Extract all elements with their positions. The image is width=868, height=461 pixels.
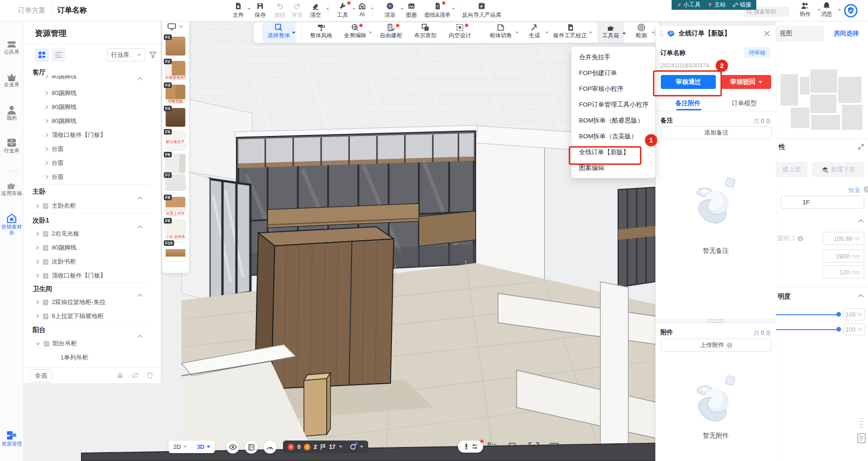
tree-item[interactable]: 顶收口板件【门板】: [35, 271, 106, 280]
add-note-button[interactable]: 添加备注: [661, 126, 772, 139]
link-link[interactable]: 链接: [733, 1, 752, 9]
fkey-item-f3[interactable]: F3 可断宽板: [165, 84, 186, 104]
menu-item-merge-handle-free[interactable]: 合并免拉手: [572, 49, 655, 65]
reverse-import-button[interactable]: 反向导入产品库: [456, 1, 507, 19]
slab-thickness-input[interactable]: 120mm: [822, 265, 864, 278]
slider-knob[interactable]: [836, 312, 841, 317]
list-view-toggle[interactable]: [52, 48, 66, 62]
sort-arrows-icon[interactable]: [792, 236, 795, 241]
screen-icon[interactable]: [168, 23, 176, 31]
tree-item[interactable]: 台面: [45, 172, 64, 182]
fkey-item-f2[interactable]: F2 外露背有内空: [165, 61, 186, 80]
drawings-lists-button[interactable]: 图纸&清单: [422, 1, 453, 19]
mode-3d-button[interactable]: 3D: [192, 443, 215, 450]
tree-item[interactable]: 2右见光板: [35, 229, 79, 238]
restore-link[interactable]: 恢复: [848, 186, 861, 195]
filter-funnel-icon[interactable]: [149, 51, 157, 59]
collapse-section-icon[interactable]: [858, 294, 864, 298]
trash-icon[interactable]: [146, 372, 153, 379]
close-icon[interactable]: [764, 30, 770, 37]
global-edit-button[interactable]: 全局编辑: [340, 22, 370, 43]
sidebar-item-enterprise-library[interactable]: 企业库: [0, 71, 23, 88]
menu-item-pattern-edit[interactable]: 图案编辑: [572, 160, 655, 176]
cabinet-corner-cut-button[interactable]: 柜体切角: [485, 22, 516, 43]
floorplan-thumbnail[interactable]: [778, 47, 867, 131]
chevron-down-icon[interactable]: [360, 446, 363, 448]
ai-button[interactable]: AI: [349, 1, 375, 18]
tab-view[interactable]: 视图: [776, 26, 824, 41]
upload-attachment-button[interactable]: 上传附件: [661, 339, 772, 352]
fullscreen-icon[interactable]: [529, 442, 539, 452]
menu-item-bom-split-kuruisi[interactable]: BOM拆单（酷睿思版）: [572, 113, 655, 129]
tree-item-child[interactable]: 1单列吊柜: [61, 353, 88, 362]
screen-capture-icon[interactable]: [549, 442, 559, 452]
fkey-item-f7[interactable]: F7: [165, 174, 186, 194]
view-settings-icon[interactable]: [508, 442, 518, 452]
tree-item[interactable]: 9上拉篮下抽屉地柜: [35, 312, 103, 321]
corner-drag-handle[interactable]: [860, 418, 863, 428]
collapse-icon[interactable]: [137, 334, 143, 338]
sidebar-item-mine[interactable]: 我的: [0, 105, 23, 121]
mode-2d-button[interactable]: 2D: [168, 443, 192, 450]
collapse-section-icon[interactable]: [858, 219, 864, 223]
clear-button[interactable]: 清空: [303, 1, 329, 19]
sidebar-item-industry-library[interactable]: 行业库: [0, 137, 23, 154]
area-input[interactable]: 105.88m²: [822, 232, 864, 245]
select-whole-button[interactable]: 选择整体: [262, 22, 296, 43]
tree-section-bathroom[interactable]: 卫生间: [33, 285, 151, 293]
messages-button[interactable]: 消息: [814, 1, 840, 18]
free-cabinet-button[interactable]: 自由建柜: [376, 22, 406, 43]
notebook-button[interactable]: [245, 441, 258, 454]
collapse-icon[interactable]: [137, 225, 143, 229]
fkey-item-f10[interactable]: F10: [165, 242, 186, 262]
slider-knob[interactable]: [836, 327, 841, 332]
mini-tools-link[interactable]: 小工具: [676, 1, 701, 9]
visibility-button[interactable]: [226, 441, 239, 454]
chevron-down-icon[interactable]: [179, 25, 183, 28]
notes-board-icon[interactable]: [857, 433, 866, 444]
panel-process-calibration-button[interactable]: 板件工艺校正: [550, 22, 591, 43]
collapse-icon[interactable]: [137, 196, 143, 200]
refresh-button[interactable]: [350, 443, 357, 450]
tree-item[interactable]: 2双抽拉篮地柜-免拉: [35, 298, 106, 307]
approve-button[interactable]: 审核通过: [661, 75, 716, 89]
panel-drag-handle[interactable]: [659, 30, 663, 37]
menu-item-full-line-order-new[interactable]: 全线订单【新版】: [572, 144, 655, 160]
tree-item[interactable]: 80踢脚线: [45, 88, 76, 98]
breadcrumb-back[interactable]: 订单方案: [18, 6, 46, 15]
grid-view-toggle[interactable]: [35, 48, 49, 62]
tree-item[interactable]: 次卧书柜: [35, 257, 76, 266]
sidebar-item-public-library[interactable]: 公共库: [0, 39, 23, 55]
inner-space-button[interactable]: 内空设计: [444, 22, 475, 43]
tree-item-expanded[interactable]: 阳台吊柜: [35, 339, 77, 348]
issues-status-bar[interactable]: ✕ 0 ! 2 17: [283, 441, 368, 453]
tree-item[interactable]: 顶收口板件【门板】: [45, 130, 106, 140]
history-clock-icon[interactable]: [863, 186, 868, 193]
tree-item-clipped[interactable]: 80踢脚线: [45, 75, 147, 81]
tree-item[interactable]: 80踢脚线: [45, 116, 76, 126]
library-filter-select[interactable]: 行业库: [107, 48, 145, 61]
hide-eye-icon[interactable]: [131, 372, 139, 379]
performance-button[interactable]: [263, 441, 276, 454]
sidebar-item-marketing-library[interactable]: 营销素材库: [0, 213, 23, 236]
toolbox-button[interactable]: 工具箱: [597, 22, 624, 43]
opacity-slider-1[interactable]: [776, 314, 840, 315]
collapse-icon[interactable]: [137, 293, 143, 297]
fkey-item-f5[interactable]: F5 默认免拉手: [165, 131, 186, 150]
sidebar-item-resource-management[interactable]: 资源管理: [0, 430, 23, 447]
opacity-slider-2[interactable]: [776, 329, 840, 330]
overall-style-button[interactable]: 整体风格: [306, 22, 336, 43]
new-upper-floor-button[interactable]: 建上层: [776, 162, 807, 177]
select-all-button[interactable]: 全选: [30, 369, 52, 382]
menu-item-fop-order-tool-app[interactable]: FOP订单管理工具小程序: [572, 97, 655, 113]
menu-item-bom-split-jimei[interactable]: BOM拆单（吉美版）: [572, 129, 655, 144]
detect-button[interactable]: 检测: [630, 22, 653, 43]
tab-notes-attachments[interactable]: 备注附件: [675, 99, 700, 108]
boolean-modeling-button[interactable]: 布尔造型: [410, 22, 441, 43]
menu-item-fop-review-app[interactable]: FOP审核小程序: [572, 81, 655, 97]
lock-icon[interactable]: [116, 372, 124, 379]
chevron-down-icon[interactable]: [339, 446, 343, 448]
sidebar-item-app-market[interactable]: 应用市场: [0, 180, 23, 197]
tree-section-second-bedroom[interactable]: 次卧1: [33, 217, 151, 225]
opacity-value-1[interactable]: 100%: [844, 308, 865, 320]
